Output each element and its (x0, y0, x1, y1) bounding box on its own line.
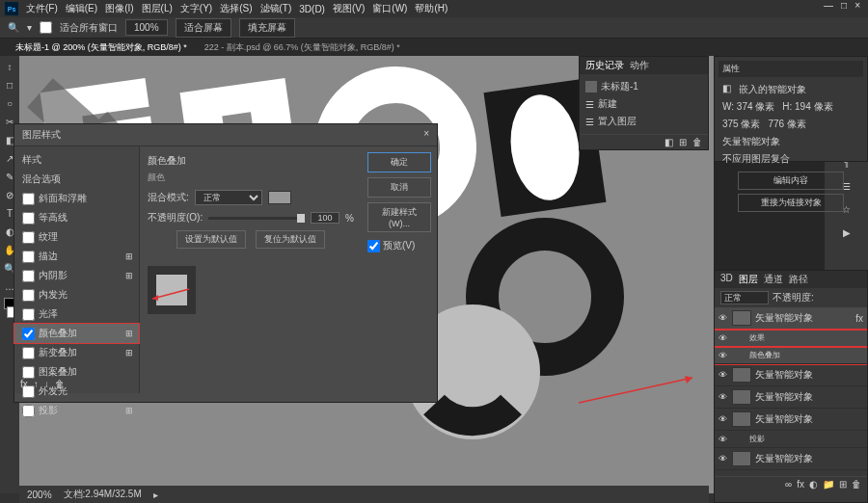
blend-mode-select[interactable] (720, 291, 769, 304)
fx-item[interactable]: 等高线 (14, 208, 139, 227)
link-icon[interactable]: ∞ (785, 479, 792, 490)
opacity-slider[interactable] (208, 217, 305, 220)
layer-row[interactable]: 👁矢量智能对象 (715, 386, 867, 409)
history-tab[interactable]: 历史记录 (585, 59, 624, 72)
menu-layer[interactable]: 图层(L) (142, 2, 173, 15)
new-style-button[interactable]: 新建样式(W)... (367, 202, 431, 232)
fx-item[interactable]: 新变叠加⊞ (14, 343, 139, 362)
fx-item-color-overlay[interactable]: 颜色叠加⊞ (14, 324, 139, 343)
menu-select[interactable]: 选择(S) (220, 2, 252, 15)
menu-help[interactable]: 帮助(H) (415, 2, 448, 15)
chevron-down-icon[interactable]: ▾ (27, 22, 32, 33)
fx-item[interactable]: 内阴影⊞ (14, 266, 139, 285)
fill-button[interactable]: 填充屏幕 (239, 18, 295, 38)
fx-item[interactable]: 光泽 (14, 304, 139, 324)
plus-icon[interactable]: ⊞ (125, 406, 133, 415)
eye-icon[interactable]: 👁 (719, 351, 728, 360)
fx-item[interactable]: 内发光 (14, 285, 139, 304)
history-item[interactable]: ☰置入图层 (583, 113, 704, 130)
fx-item[interactable]: 纹理 (14, 227, 139, 247)
fx-item[interactable]: 投影⊞ (14, 401, 139, 420)
up-icon[interactable]: ↑ (34, 379, 39, 389)
paths-tab[interactable]: 路径 (789, 273, 808, 286)
folder-icon[interactable]: 📁 (823, 479, 834, 490)
fx-item[interactable]: 斜面和浮雕 (14, 189, 139, 208)
plus-icon[interactable]: ⊞ (125, 348, 133, 357)
down-icon[interactable]: ↓ (44, 379, 49, 389)
zoom-value[interactable]: 100% (125, 19, 168, 36)
layer-row[interactable]: 👁矢量智能对象 (715, 409, 867, 431)
eye-icon[interactable]: 👁 (719, 435, 728, 444)
layer-fx[interactable]: 👁投影 (715, 431, 867, 448)
scrub-button[interactable]: 适合屏幕 (176, 18, 231, 38)
eye-icon[interactable]: 👁 (719, 313, 728, 323)
fx-icon[interactable]: fx (797, 479, 804, 490)
opacity-input[interactable] (311, 212, 339, 224)
menu-3d[interactable]: 3D(D) (299, 4, 325, 14)
close-icon[interactable]: × (423, 128, 429, 142)
win-min-icon[interactable]: — (824, 0, 833, 11)
eye-icon[interactable]: 👁 (719, 414, 728, 424)
layer-row[interactable]: 👁矢量智能对象 (715, 448, 867, 470)
zoom-readout[interactable]: 200% (27, 490, 52, 500)
chevron-right-icon[interactable]: ▸ (153, 490, 158, 500)
blend-select[interactable]: 正常 (195, 190, 262, 205)
preview-check[interactable] (367, 240, 380, 252)
doc-tab[interactable]: 未标题-1 @ 200% (矢量智能对象, RGB/8#) * (8, 40, 195, 56)
make-default-button[interactable]: 设置为默认值 (176, 230, 246, 249)
menu-view[interactable]: 视图(V) (333, 2, 365, 15)
props-title: 属性 (719, 61, 863, 77)
plus-icon[interactable]: ⊞ (125, 252, 133, 261)
edit-contents-button[interactable]: 编辑内容 (738, 172, 844, 190)
layers-tab[interactable]: 图层 (739, 273, 758, 286)
menu-filter[interactable]: 滤镜(T) (260, 2, 292, 15)
move-tool[interactable]: ↕ (3, 60, 16, 73)
menu-file[interactable]: 文件(F) (26, 2, 58, 15)
reset-default-button[interactable]: 复位为默认值 (256, 230, 325, 249)
trash-icon[interactable]: 🗑 (852, 479, 861, 490)
eye-icon[interactable]: 👁 (719, 370, 728, 380)
layer-fx[interactable]: 👁效果 (715, 330, 867, 347)
document-tabs: 未标题-1 @ 200% (矢量智能对象, RGB/8#) * 222 - 副本… (0, 39, 868, 56)
trash-icon[interactable]: 🗑 (692, 137, 702, 147)
fx-menu-icon[interactable]: fx (20, 379, 28, 389)
menu-window[interactable]: 窗口(W) (372, 2, 407, 15)
history-doc[interactable]: 未标题-1 (583, 78, 704, 95)
actions-tab[interactable]: 动作 (630, 59, 649, 72)
eye-icon[interactable]: 👁 (719, 333, 728, 343)
relink-button[interactable]: 重接为链接对象 (738, 194, 844, 212)
plus-icon[interactable]: ⊞ (125, 271, 133, 280)
snapshot-icon[interactable]: ◧ (665, 137, 673, 147)
doc-tab[interactable]: 222 - 副本.psd @ 66.7% (矢量智能对象, RGB/8#) * (197, 40, 408, 56)
new-layer-icon[interactable]: ⊞ (839, 479, 847, 490)
eye-icon[interactable]: 👁 (719, 454, 728, 463)
layer-row[interactable]: 👁矢量智能对象fx (715, 307, 867, 330)
plus-icon[interactable]: ⊞ (125, 329, 133, 338)
zoom-icon: 🔍 (8, 22, 19, 33)
mask-icon[interactable]: ◐ (809, 479, 818, 490)
win-max-icon[interactable]: □ (841, 0, 847, 11)
marquee-tool[interactable]: □ (3, 78, 16, 92)
options-bar: 🔍 ▾ 适合所有窗口 100% 适合屏幕 填充屏幕 (0, 17, 868, 39)
channels-tab[interactable]: 通道 (764, 273, 783, 286)
color-swatch[interactable] (268, 191, 291, 204)
action-icon[interactable]: ▶ (840, 225, 854, 239)
win-close-icon[interactable]: × (854, 0, 860, 11)
eye-icon[interactable]: 👁 (719, 392, 728, 402)
menu-type[interactable]: 文字(Y) (180, 2, 212, 15)
menu-edit[interactable]: 编辑(E) (66, 2, 97, 15)
trash-icon[interactable]: 🗑 (55, 379, 65, 389)
fx-styles[interactable]: 样式 (14, 150, 139, 170)
layer-row[interactable]: 👁矢量智能对象 (715, 364, 867, 386)
fx-item[interactable]: 描边⊞ (14, 247, 139, 266)
3d-tab[interactable]: 3D (720, 273, 733, 286)
cancel-button[interactable]: 取消 (367, 177, 431, 198)
fx-blend[interactable]: 混合选项 (14, 170, 139, 189)
new-state-icon[interactable]: ⊞ (679, 137, 687, 147)
layer-fx[interactable]: 👁颜色叠加 (715, 347, 867, 364)
ok-button[interactable]: 确定 (367, 152, 431, 172)
history-item[interactable]: ☰新建 (583, 95, 704, 113)
lasso-tool[interactable]: ○ (3, 96, 16, 110)
menu-image[interactable]: 图像(I) (105, 2, 133, 15)
fit-check[interactable] (40, 21, 52, 34)
